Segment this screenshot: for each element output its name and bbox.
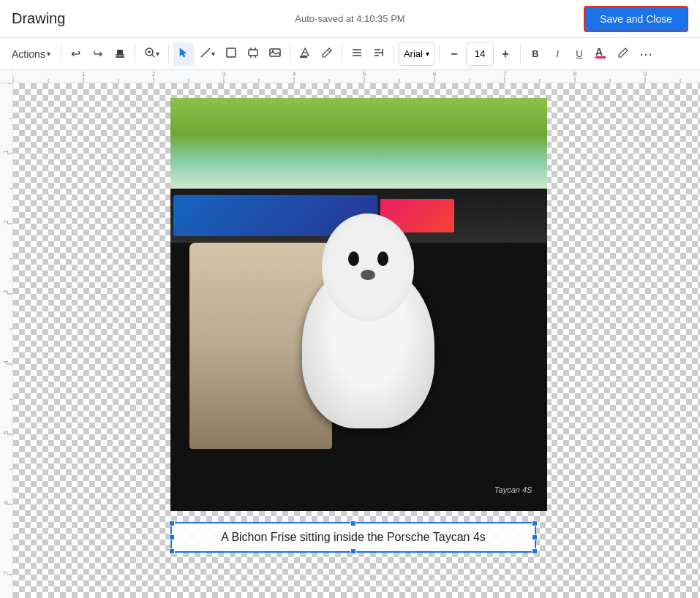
ruler-corner [0,70,13,83]
separator-7 [439,45,440,63]
textbox-icon [247,47,259,61]
toolbar: Actions ▾ ↩ ↪ ▾ [0,38,700,70]
resize-handle-middle-right[interactable] [532,534,538,540]
dog-head [322,213,414,321]
svg-rect-0 [116,54,124,56]
zoom-icon [144,47,156,61]
svg-rect-26 [595,56,606,58]
svg-rect-9 [249,50,257,56]
zoom-caret-icon: ▾ [156,50,159,58]
font-size-input[interactable] [466,42,494,66]
bold-icon: B [532,48,538,59]
undo-button[interactable]: ↩ [66,42,86,66]
svg-rect-1 [117,50,123,54]
stamp-icon [114,47,126,61]
horizontal-ruler [0,70,700,83]
autosave-status: Auto-saved at 4:10:35 PM [295,13,404,24]
select-tool-button[interactable] [173,42,194,66]
font-family-caret-icon: ▾ [426,50,429,58]
resize-handle-middle-left[interactable] [169,534,175,540]
vertical-ruler [0,83,13,598]
svg-rect-8 [227,48,236,57]
more-options-button[interactable]: ⋯ [635,42,658,66]
separator-6 [394,45,394,63]
pen-tool-button[interactable] [317,42,337,66]
zoom-button[interactable]: ▾ [140,42,164,66]
stamp-button[interactable] [110,42,130,66]
car-scene: Taycan 4S [170,98,547,511]
redo-button[interactable]: ↪ [88,42,108,66]
text-color-icon: A [595,46,607,61]
actions-menu-button[interactable]: Actions ▾ [6,42,56,66]
font-family-selector[interactable]: Arial ▾ [399,42,434,66]
image-icon [269,47,281,61]
resize-handle-top-right[interactable] [532,521,538,526]
resize-handle-top-left[interactable] [169,521,175,526]
highlight-button[interactable] [613,42,633,66]
align-button[interactable] [347,42,367,66]
more-options-icon: ⋯ [639,46,653,62]
pen-icon [321,47,333,61]
windshield [170,98,547,189]
font-size-control: − + [444,42,516,66]
resize-handle-bottom-left[interactable] [169,548,175,554]
dog-right-eye [377,251,388,267]
ruler-marks [13,70,700,83]
svg-rect-16 [300,56,307,58]
shape-icon [225,47,237,61]
svg-rect-2 [116,56,124,58]
underline-button[interactable]: U [569,42,590,66]
resize-handle-bottom-center[interactable] [350,548,356,554]
inserted-image[interactable]: Taycan 4S [170,98,547,511]
bold-button[interactable]: B [525,42,546,66]
drawing-canvas[interactable]: Taycan 4S A Bichon Frise sitting inside … [13,83,700,598]
text-caption-box[interactable]: A Bichon Frise sitting inside the Porsch… [170,522,536,553]
italic-button[interactable]: I [547,42,568,66]
fill-tool-button[interactable] [295,42,315,66]
svg-text:A: A [595,46,603,58]
textbox-tool-button[interactable] [243,42,263,66]
separator-3 [168,45,169,63]
font-family-label: Arial [404,48,423,59]
resize-handle-top-center[interactable] [350,521,356,526]
text-color-button[interactable]: A [591,42,611,66]
vertical-ruler-canvas [0,83,13,598]
svg-line-4 [152,55,154,57]
svg-line-17 [328,50,330,52]
text-caption: A Bichon Frise sitting inside the Porsch… [221,531,486,544]
line-caret-icon: ▾ [211,50,215,58]
app-title: Drawing [12,10,65,27]
distribute-icon [373,47,385,61]
separator-4 [290,45,290,63]
separator-8 [520,45,521,63]
undo-icon: ↩ [71,48,80,60]
image-tool-button[interactable] [265,42,285,66]
line-icon [200,47,211,61]
canvas-area[interactable]: Taycan 4S A Bichon Frise sitting inside … [0,83,700,598]
dog-left-eye [348,251,359,267]
svg-line-7 [201,48,210,57]
separator-2 [135,45,135,63]
ruler-canvas [13,70,700,83]
select-icon [178,47,189,61]
separator-5 [342,45,342,63]
align-icon [351,47,363,61]
font-size-decrease-button[interactable]: − [444,42,464,66]
actions-caret-icon: ▾ [47,50,50,58]
dog-body [302,263,434,428]
taycan-badge: Taycan 4S [494,485,532,494]
highlight-icon [617,47,629,61]
dog-nose [361,270,375,281]
line-tool-button[interactable]: ▾ [195,42,219,66]
separator-1 [61,45,61,63]
underline-icon: U [576,48,582,59]
actions-label: Actions [12,48,45,60]
font-size-increase-button[interactable]: + [495,42,516,66]
distribute-button[interactable] [369,42,389,66]
redo-icon: ↪ [93,48,102,60]
resize-handle-bottom-right[interactable] [532,548,538,554]
fill-icon [299,47,311,61]
italic-icon: I [556,48,559,59]
shape-tool-button[interactable] [221,42,241,66]
save-close-button[interactable]: Save and Close [584,6,688,32]
